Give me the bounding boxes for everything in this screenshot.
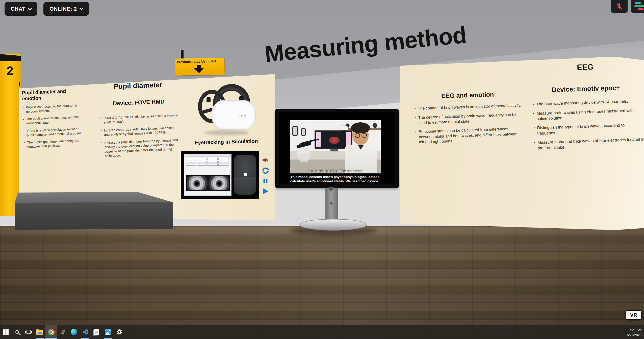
task-view-button[interactable] bbox=[23, 325, 34, 339]
list-item: Pupil is connected to the autonomic nerv… bbox=[22, 103, 83, 114]
fove-headset-image: FOVE bbox=[196, 74, 257, 135]
stats-bars-icon bbox=[633, 0, 642, 12]
bullet-list: 2560 X 1440, 70FPS display screen with a… bbox=[100, 113, 180, 158]
list-item: Extract the pupil diameter from the eye … bbox=[101, 138, 180, 159]
microphone-muted-icon bbox=[615, 3, 623, 10]
list-item: The pupils get bigger when they are nega… bbox=[24, 138, 85, 149]
list-item: The pupil diameter changes with the emot… bbox=[23, 115, 84, 126]
eye-camera-images bbox=[186, 175, 230, 191]
settings-button[interactable] bbox=[114, 325, 125, 339]
headset-brand-text: FOVE bbox=[239, 114, 249, 118]
section-heading: Pupil diameter and emotion bbox=[22, 87, 83, 101]
sign-text: Previous study Using FO bbox=[177, 59, 223, 64]
chevron-down-icon bbox=[79, 6, 83, 10]
pause-icon[interactable] bbox=[262, 178, 269, 184]
stats-button[interactable] bbox=[631, 0, 644, 13]
bullet-list: Pupil is connected to the autonomic nerv… bbox=[22, 103, 85, 149]
tv-stand-base bbox=[299, 219, 367, 231]
list-item: 2560 X 1440, 70FPS display screen with a… bbox=[100, 113, 178, 125]
list-item: Emotional states can be calculated from … bbox=[415, 126, 523, 145]
pupil-emotion-column: Pupil diameter and emotion Pupil is conn… bbox=[22, 87, 85, 152]
chevron-down-icon bbox=[28, 6, 32, 10]
pillar-cap bbox=[0, 54, 21, 61]
previous-study-sign: Previous study Using FO bbox=[175, 58, 224, 76]
task-view-icon bbox=[27, 330, 31, 334]
search-icon bbox=[15, 330, 19, 334]
bullet-list: The brainwave measuring device with 14 c… bbox=[529, 98, 644, 151]
eyetracking-video-controls bbox=[262, 157, 269, 195]
edge-icon bbox=[71, 329, 77, 335]
3d-model bbox=[329, 137, 340, 144]
sign-pole bbox=[181, 50, 184, 60]
right-eye-image bbox=[209, 176, 229, 190]
headset-shadow bbox=[204, 130, 249, 135]
chrome-button[interactable] bbox=[45, 325, 57, 339]
numbered-pillar: 2 bbox=[0, 54, 21, 216]
speaker-name-caption: Lim SungMin (Modeling & Graphic Design) bbox=[290, 169, 381, 172]
emotiv-device-column: EEG Device: Emotiv epoc+ The brainwave m… bbox=[528, 61, 644, 155]
taskbar-clock[interactable]: 7:21 AM 6/22/2020 bbox=[627, 325, 644, 339]
mannequin-head bbox=[297, 141, 311, 162]
file-explorer-button[interactable] bbox=[34, 325, 45, 339]
list-item: Measure alpha and beta waves at four ele… bbox=[534, 137, 644, 151]
enter-vr-button[interactable]: VR bbox=[625, 310, 642, 320]
virtual-exhibition-scene: Measuring method 2 Pupil diameter and em… bbox=[0, 0, 644, 339]
mute-speaker-icon[interactable] bbox=[262, 157, 269, 164]
list-item: The brainwave measuring device with 14 c… bbox=[533, 98, 643, 107]
section-heading: Eyetracking in Simulation bbox=[179, 138, 273, 146]
paint-app-button[interactable] bbox=[57, 325, 68, 339]
list-item: The degree of activation by brain wave f… bbox=[415, 112, 522, 126]
clock-date: 6/22/2020 bbox=[627, 333, 641, 338]
fove-device-column: Pupil diameter Device: FOVE HMD 2560 X 1… bbox=[99, 80, 180, 162]
left-eye-image bbox=[187, 176, 208, 190]
online-users-button[interactable]: ONLINE: 2 bbox=[43, 2, 89, 16]
glasses bbox=[354, 133, 368, 137]
pillar-number: 2 bbox=[7, 64, 13, 78]
eeg-emotion-column: EEG and emotion The change of brain wave… bbox=[414, 90, 523, 149]
gear-icon bbox=[116, 329, 123, 335]
wood-floor bbox=[0, 226, 644, 339]
fixation-target bbox=[244, 173, 247, 176]
bullet-list: The change of brain waves is an indicato… bbox=[414, 103, 523, 145]
section-heading: Device: FOVE HMD bbox=[99, 98, 178, 107]
wall-clock bbox=[301, 128, 306, 136]
vscode-button[interactable] bbox=[80, 325, 91, 339]
eyetracking-software-window bbox=[184, 154, 231, 196]
windows-logo-icon bbox=[3, 329, 9, 335]
taskbar-search-button[interactable] bbox=[11, 325, 23, 339]
clock-time: 7:21 AM bbox=[627, 327, 641, 332]
eeg-headset bbox=[296, 142, 312, 148]
board-title: EEG bbox=[528, 61, 642, 74]
wall-clock bbox=[292, 126, 298, 136]
vscode-icon bbox=[82, 329, 89, 335]
tv-stand-neck bbox=[325, 188, 338, 221]
windows-taskbar: 7:21 AM 6/22/2020 bbox=[0, 325, 644, 339]
photos-button[interactable] bbox=[102, 325, 114, 339]
video-subtitles: This model collects user's psychophysiol… bbox=[290, 175, 391, 184]
chat-button[interactable]: CHAT bbox=[5, 2, 37, 16]
eyetracking-screenshot bbox=[181, 151, 259, 199]
tv-stand-knob bbox=[329, 187, 333, 191]
notepad-button[interactable] bbox=[91, 325, 102, 339]
video-display: Lim SungMin (Modeling & Graphic Design) … bbox=[275, 109, 399, 188]
chrome-icon bbox=[48, 329, 55, 335]
paint-swoosh-icon bbox=[59, 329, 66, 335]
list-item: Distinguish the types of brain waves acc… bbox=[533, 122, 644, 136]
list-item: Infrared cameras inside HMD lenses can c… bbox=[100, 125, 179, 137]
podium-box-front bbox=[15, 202, 173, 230]
replay-icon[interactable] bbox=[262, 167, 269, 174]
eeg-board: EEG and emotion The change of brain wave… bbox=[400, 56, 644, 232]
notepad-icon bbox=[94, 329, 99, 335]
list-item: Measure brain waves using electrodes moi… bbox=[533, 107, 644, 122]
list-item: There is a static correlation between pu… bbox=[23, 126, 84, 138]
interview-video: Lim SungMin (Modeling & Graphic Design) bbox=[290, 120, 381, 173]
vr-view-panel bbox=[234, 155, 256, 195]
microphone-mute-button[interactable] bbox=[611, 0, 628, 13]
edge-button[interactable] bbox=[68, 325, 80, 339]
list-item: The change of brain waves is an indicato… bbox=[414, 103, 521, 111]
section-heading: EEG and emotion bbox=[414, 90, 521, 100]
photos-icon bbox=[105, 329, 111, 335]
start-button[interactable] bbox=[0, 325, 11, 339]
play-icon[interactable] bbox=[262, 187, 269, 195]
section-heading: Device: Emotiv epoc+ bbox=[529, 83, 643, 95]
